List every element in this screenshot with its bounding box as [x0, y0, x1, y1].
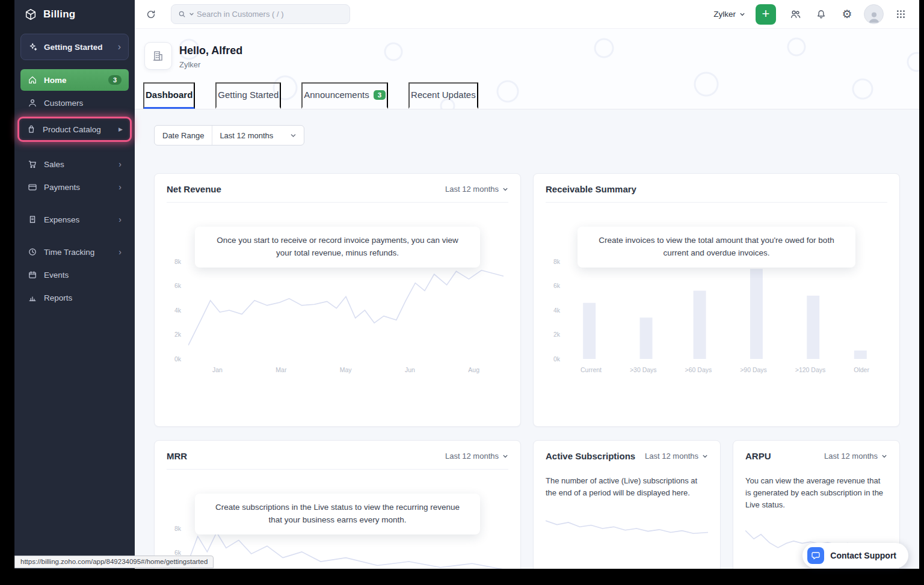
line-plot: [188, 262, 504, 359]
x-axis-tick: May: [340, 366, 352, 373]
sidebar-item-customers[interactable]: Customers: [20, 92, 129, 114]
card-header: Receivable Summary: [534, 174, 899, 202]
refresh-icon: [146, 9, 156, 20]
app-name: Billing: [43, 8, 75, 20]
x-axis-tick: Jun: [405, 366, 415, 373]
sidebar: Billing Getting Started › Home 3 Custome…: [14, 0, 135, 569]
receivable-summary-chart: Create invoices to view the total amount…: [546, 203, 887, 426]
y-axis-tick: 2k: [167, 331, 181, 338]
settings-button[interactable]: ⚙: [838, 5, 856, 23]
contact-support-button[interactable]: Contact Support: [802, 543, 908, 568]
sidebar-item-home[interactable]: Home 3: [20, 69, 129, 91]
y-axis-tick: 4k: [546, 307, 560, 314]
status-url-tooltip: https://billing.zoho.com/app/849234095#/…: [14, 556, 214, 568]
sidebar-item-events[interactable]: Events: [20, 264, 129, 286]
chevron-right-icon: ›: [118, 42, 121, 52]
date-range-label: Date Range: [155, 126, 212, 145]
y-axis-tick: 8k: [167, 258, 181, 265]
user-avatar[interactable]: [864, 4, 884, 24]
manage-users-button[interactable]: [786, 5, 804, 23]
x-axis-tick: >60 Days: [685, 366, 712, 373]
tab-recent-updates[interactable]: Recent Updates: [408, 82, 478, 109]
range-value: Last 12 months: [445, 452, 499, 461]
search-input[interactable]: [197, 10, 343, 19]
topbar: Zylker + ⚙: [135, 0, 919, 29]
search-scope-chevron-icon[interactable]: [189, 11, 194, 17]
dashboard-content: Date Range Last 12 months Net Revenue La…: [135, 109, 919, 569]
company-avatar: [144, 42, 172, 70]
chevron-down-icon: [702, 453, 708, 459]
tab-label: Announcements: [304, 90, 369, 100]
sidebar-item-sales[interactable]: Sales ›: [20, 153, 129, 175]
mrr-range-select[interactable]: Last 12 months: [445, 452, 508, 461]
calendar-icon: [28, 270, 37, 280]
range-value: Last 12 months: [824, 452, 878, 461]
tab-label: Getting Started: [218, 90, 279, 100]
x-axis-tick: Aug: [468, 366, 479, 373]
recent-activity-button[interactable]: [142, 5, 160, 23]
card-header: Net Revenue Last 12 months: [155, 174, 520, 202]
sparkle-icon: [28, 42, 38, 52]
empty-state-message: Once you start to receive or record invo…: [195, 227, 480, 268]
tab-dashboard[interactable]: Dashboard: [143, 82, 195, 109]
card-active-subscriptions: Active Subscriptions Last 12 months The …: [533, 440, 721, 569]
chevron-right-icon: ›: [119, 183, 122, 191]
person-silhouette-icon: [867, 9, 881, 23]
sidebar-item-label: Expenses: [44, 215, 79, 224]
org-subtitle: Zylker: [179, 60, 200, 69]
apps-grid-icon: [896, 9, 906, 19]
app-window: Billing Getting Started › Home 3 Custome…: [14, 0, 919, 569]
y-axis-tick: 6k: [167, 282, 181, 289]
date-range-select[interactable]: Last 12 months: [212, 126, 304, 145]
y-axis-tick: 2k: [546, 331, 560, 338]
y-axis-tick: 0k: [167, 355, 181, 363]
cart-icon: [28, 159, 37, 169]
window-frame-right: [919, 0, 924, 585]
sidebar-item-time-tracking[interactable]: Time Tracking ›: [20, 241, 129, 263]
card-title: Net Revenue: [167, 184, 221, 194]
topbar-right-cluster: Zylker + ⚙: [713, 4, 910, 25]
window-frame-left: [0, 0, 14, 585]
sidebar-item-expenses[interactable]: Expenses ›: [20, 209, 129, 230]
chevron-down-icon: [881, 453, 887, 459]
sidebar-item-payments[interactable]: Payments ›: [20, 176, 129, 198]
home-badge: 3: [108, 75, 122, 85]
org-selector[interactable]: Zylker: [713, 10, 745, 19]
product-catalog-highlight: Product Catalog ▶: [17, 117, 132, 142]
y-axis-tick: 8k: [167, 525, 181, 532]
tab-label: Recent Updates: [411, 90, 476, 100]
range-value: Last 12 months: [445, 185, 499, 194]
apps-grid-button[interactable]: [892, 5, 910, 23]
chevron-down-icon: [502, 186, 508, 192]
x-axis-tick: Jan: [212, 366, 223, 373]
main-column: Zylker + ⚙: [135, 0, 919, 569]
credit-card-icon: [28, 182, 37, 192]
tab-announcements[interactable]: Announcements 3: [301, 82, 388, 109]
quick-add-button[interactable]: +: [756, 4, 776, 25]
x-axis-tick: >30 Days: [630, 366, 657, 373]
users-icon: [790, 8, 801, 20]
search-box: [171, 4, 350, 24]
card-receivable-summary: Receivable Summary Create invoices to vi…: [533, 173, 900, 427]
notifications-button[interactable]: [812, 5, 830, 23]
card-title: ARPU: [745, 451, 771, 461]
card-description: You can view the average revenue that is…: [733, 469, 899, 511]
tab-getting-started[interactable]: Getting Started: [215, 82, 281, 109]
empty-state-message: Create subscriptions in the Live status …: [195, 494, 480, 534]
sidebar-item-getting-started[interactable]: Getting Started ›: [20, 34, 129, 60]
sidebar-item-reports[interactable]: Reports: [20, 287, 129, 308]
active-subscriptions-range-select[interactable]: Last 12 months: [645, 452, 708, 461]
arpu-range-select[interactable]: Last 12 months: [824, 452, 887, 461]
sidebar-nav: Home 3 Customers Product Catalog ▶: [14, 69, 135, 309]
sidebar-item-label: Product Catalog: [43, 125, 101, 134]
sidebar-item-label: Customers: [44, 99, 83, 108]
bar-chart-icon: [28, 293, 37, 302]
sidebar-item-label: Events: [44, 271, 69, 280]
net-revenue-range-select[interactable]: Last 12 months: [445, 185, 508, 194]
sidebar-item-product-catalog[interactable]: Product Catalog ▶: [19, 118, 130, 140]
net-revenue-chart: Once you start to receive or record invo…: [167, 203, 508, 426]
cards-row-1: Net Revenue Last 12 months Once you star…: [154, 173, 900, 427]
announcements-badge: 3: [374, 90, 386, 100]
card-title: MRR: [167, 451, 187, 461]
card-net-revenue: Net Revenue Last 12 months Once you star…: [154, 173, 521, 427]
